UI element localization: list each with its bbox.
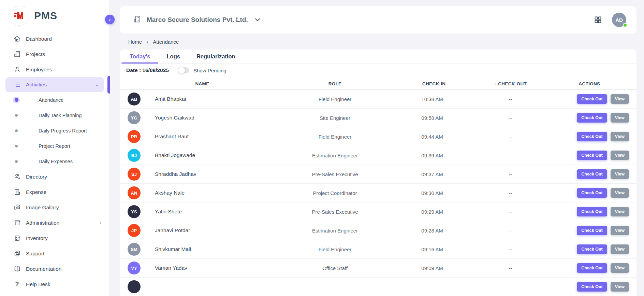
check-out-button[interactable]: Check Out	[577, 226, 607, 235]
avatar: SM	[128, 243, 141, 256]
table-row: Check Out View	[120, 277, 636, 296]
check-in-time: 09:44 AM	[393, 134, 471, 140]
question-mark-icon: ?	[13, 280, 21, 288]
check-in-time: 09:39 AM	[393, 153, 471, 158]
employee-role: Estimation Engineer	[277, 228, 393, 234]
sidebar-subitem-label: Attendance	[39, 97, 63, 103]
company-selector[interactable]: Marco Secure Solutions Pvt. Ltd.	[133, 15, 260, 25]
view-button[interactable]: View	[611, 263, 629, 273]
sidebar-item-employees[interactable]: Employees	[0, 62, 109, 77]
check-in-time: 09:16 AM	[393, 246, 471, 252]
people-icon	[13, 173, 21, 181]
sidebar-subitem-daily-progress-report[interactable]: Daily Progress Report	[0, 123, 109, 138]
sidebar-item-inventory[interactable]: Inventory	[0, 230, 109, 246]
check-out-button[interactable]: Check Out	[577, 263, 607, 273]
sidebar-item-expense[interactable]: Expense	[0, 184, 109, 200]
tab-logs[interactable]: Logs	[158, 50, 188, 64]
sidebar-item-image-gallery[interactable]: Image Gallary	[0, 200, 109, 215]
sidebar-subitem-project-report[interactable]: Project Report	[0, 138, 109, 154]
sidebar-item-documentation[interactable]: Documentation	[0, 261, 109, 277]
sidebar-item-administration[interactable]: Administration ›	[0, 215, 109, 230]
table-row: VY Vaman Yadav Office Staff 09:09 AM -- …	[120, 258, 636, 277]
sidebar-item-activities[interactable]: Activities ⌄	[5, 77, 104, 92]
employee-name: Janhavi Potdar	[147, 227, 277, 234]
sidebar-item-projects[interactable]: Projects	[0, 46, 109, 62]
employee-role: Pre-Sales Executive	[277, 171, 393, 177]
check-out-button[interactable]: Check Out	[577, 113, 607, 123]
check-out-button[interactable]: Check Out	[577, 244, 607, 254]
breadcrumb: Home › Attendance	[120, 33, 636, 50]
breadcrumb-separator-icon: ›	[147, 39, 148, 44]
view-button[interactable]: View	[611, 169, 629, 179]
table-row: YS Yatin Shete Pre-Sales Executive 09:29…	[120, 202, 636, 221]
row-actions: Check Out View	[550, 151, 629, 160]
sidebar-item-support[interactable]: Support	[0, 246, 109, 261]
avatar: YS	[128, 205, 141, 218]
check-out-time: --	[471, 171, 550, 177]
check-out-time: --	[471, 209, 550, 215]
check-out-time: --	[471, 246, 550, 252]
sidebar-subitem-label: Daily Progress Report	[39, 128, 87, 133]
topbar-right: AD	[594, 13, 626, 27]
chevron-down-icon: ⌄	[95, 82, 99, 87]
sidebar-subitem-daily-expenses[interactable]: Daily Expenses	[0, 154, 109, 169]
sidebar-collapse-button[interactable]: ‹	[105, 15, 115, 24]
view-button[interactable]: View	[611, 282, 629, 292]
check-in-time: 10:38 AM	[393, 96, 471, 102]
view-button[interactable]: View	[611, 226, 629, 235]
view-button[interactable]: View	[611, 132, 629, 141]
employee-name: Shivkumar Mali	[147, 246, 277, 252]
view-button[interactable]: View	[611, 244, 629, 254]
view-button[interactable]: View	[611, 188, 629, 198]
employee-role: Site Engineer	[277, 115, 393, 121]
tab-regularization[interactable]: Regularization	[188, 50, 244, 64]
tab-todays[interactable]: Today's	[121, 50, 158, 64]
app-title: PMS	[34, 10, 57, 22]
employee-name: Amit Bhapkar	[147, 96, 277, 102]
avatar-initials: AD	[615, 17, 623, 23]
row-actions: Check Out View	[550, 94, 629, 104]
sidebar-item-help-desk[interactable]: ? Help Desk	[0, 277, 109, 292]
sidebar-subitem-daily-task-planning[interactable]: Daily Task Planning	[0, 108, 109, 123]
employee-name: Shraddha Jadhav	[147, 171, 277, 177]
row-actions: Check Out View	[550, 282, 629, 292]
column-header-checkout[interactable]: ↑CHECK-OUT	[471, 81, 550, 86]
check-out-button[interactable]: Check Out	[577, 151, 607, 160]
check-out-button[interactable]: Check Out	[577, 169, 607, 179]
view-button[interactable]: View	[611, 94, 629, 104]
breadcrumb-home[interactable]: Home	[128, 39, 142, 45]
archive-box-icon	[13, 219, 21, 227]
person-icon	[13, 66, 21, 74]
sidebar-subitem-label: Daily Expenses	[39, 159, 73, 164]
sidebar-item-dashboard[interactable]: Dashboard	[0, 31, 109, 46]
view-button[interactable]: View	[611, 113, 629, 123]
employee-role: Office Staff	[277, 265, 393, 271]
list-icon	[13, 81, 21, 89]
show-pending-toggle[interactable]	[178, 67, 189, 73]
sidebar-item-label: Directory	[26, 174, 101, 180]
check-out-button[interactable]: Check Out	[577, 188, 607, 198]
filter-row: Date : 16/08/2025 Show Pending	[120, 64, 636, 77]
dot-icon	[13, 112, 20, 119]
apps-grid-icon[interactable]	[594, 16, 602, 24]
column-header-name: NAME	[128, 81, 277, 86]
company-name: Marco Secure Solutions Pvt. Ltd.	[147, 16, 248, 24]
check-out-time: --	[471, 115, 550, 121]
copy-squares-icon	[13, 250, 21, 258]
view-button[interactable]: View	[611, 207, 629, 216]
view-button[interactable]: View	[611, 151, 629, 160]
check-out-button[interactable]: Check Out	[577, 282, 607, 292]
check-out-button[interactable]: Check Out	[577, 94, 607, 104]
column-header-checkin[interactable]: ↓CHECK-IN	[393, 81, 471, 86]
sidebar-item-directory[interactable]: Directory	[0, 169, 109, 184]
check-out-button[interactable]: Check Out	[577, 132, 607, 141]
user-avatar[interactable]: AD	[612, 13, 626, 27]
column-header-role: ROLE	[277, 81, 393, 86]
home-icon	[13, 35, 21, 43]
check-out-button[interactable]: Check Out	[577, 207, 607, 216]
sidebar-subitem-attendance[interactable]: Attendance	[0, 92, 109, 108]
logo-mark-icon	[10, 6, 29, 26]
table-row: SM Shivkumar Mali Field Engineer 09:16 A…	[120, 240, 636, 258]
employee-role: Field Engineer	[277, 96, 393, 102]
sidebar-item-label: Dashboard	[26, 36, 101, 42]
